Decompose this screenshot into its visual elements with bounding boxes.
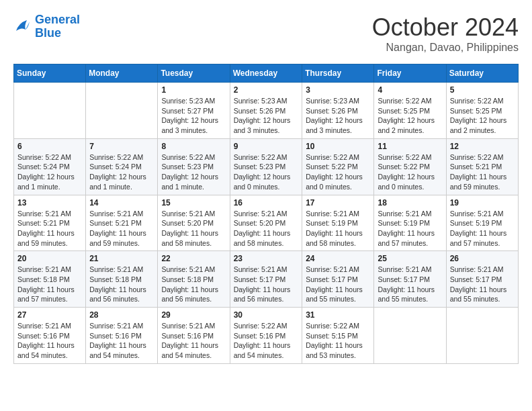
day-number: 10	[306, 142, 370, 151]
title-block: October 2024 Nangan, Davao, Philippines	[372, 13, 519, 54]
day-info: Sunrise: 5:21 AM Sunset: 5:19 PM Dayligh…	[378, 209, 442, 248]
day-header-saturday: Saturday	[446, 64, 518, 83]
day-info: Sunrise: 5:21 AM Sunset: 5:16 PM Dayligh…	[89, 321, 154, 361]
day-number: 23	[234, 254, 299, 263]
calendar-table: SundayMondayTuesdayWednesdayThursdayFrid…	[13, 64, 519, 364]
calendar-day-27: 27Sunrise: 5:21 AM Sunset: 5:16 PM Dayli…	[14, 308, 86, 364]
day-info: Sunrise: 5:21 AM Sunset: 5:17 PM Dayligh…	[234, 265, 299, 304]
calendar-day-9: 9Sunrise: 5:22 AM Sunset: 5:23 PM Daylig…	[230, 138, 302, 195]
day-info: Sunrise: 5:23 AM Sunset: 5:27 PM Dayligh…	[161, 96, 226, 136]
day-info: Sunrise: 5:21 AM Sunset: 5:16 PM Dayligh…	[17, 321, 82, 361]
calendar-day-26: 26Sunrise: 5:21 AM Sunset: 5:17 PM Dayli…	[446, 251, 518, 308]
calendar-week-row: 13Sunrise: 5:21 AM Sunset: 5:21 PM Dayli…	[14, 195, 519, 251]
day-number: 11	[378, 142, 442, 151]
location: Nangan, Davao, Philippines	[372, 42, 519, 54]
calendar-empty-cell	[446, 308, 518, 364]
calendar-week-row: 27Sunrise: 5:21 AM Sunset: 5:16 PM Dayli…	[14, 308, 519, 364]
day-info: Sunrise: 5:21 AM Sunset: 5:18 PM Dayligh…	[89, 265, 154, 304]
day-info: Sunrise: 5:21 AM Sunset: 5:21 PM Dayligh…	[17, 209, 82, 248]
day-info: Sunrise: 5:22 AM Sunset: 5:23 PM Dayligh…	[161, 152, 226, 192]
day-number: 27	[17, 310, 82, 320]
day-info: Sunrise: 5:21 AM Sunset: 5:18 PM Dayligh…	[17, 265, 82, 304]
day-number: 26	[450, 254, 515, 263]
calendar-day-4: 4Sunrise: 5:22 AM Sunset: 5:25 PM Daylig…	[374, 83, 446, 139]
day-number: 1	[161, 85, 226, 95]
day-info: Sunrise: 5:21 AM Sunset: 5:21 PM Dayligh…	[89, 209, 154, 248]
logo: General Blue	[13, 13, 80, 40]
calendar-week-row: 1Sunrise: 5:23 AM Sunset: 5:27 PM Daylig…	[14, 83, 519, 139]
day-number: 3	[306, 85, 370, 95]
calendar-day-6: 6Sunrise: 5:22 AM Sunset: 5:24 PM Daylig…	[14, 138, 86, 195]
day-number: 19	[450, 198, 515, 208]
day-number: 14	[89, 198, 154, 208]
day-number: 7	[89, 142, 154, 151]
logo-text: General Blue	[35, 13, 80, 40]
calendar-day-28: 28Sunrise: 5:21 AM Sunset: 5:16 PM Dayli…	[86, 308, 158, 364]
day-info: Sunrise: 5:21 AM Sunset: 5:17 PM Dayligh…	[378, 265, 442, 304]
calendar-day-8: 8Sunrise: 5:22 AM Sunset: 5:23 PM Daylig…	[158, 138, 230, 195]
logo-icon	[13, 17, 32, 36]
day-number: 31	[306, 310, 370, 320]
calendar-day-1: 1Sunrise: 5:23 AM Sunset: 5:27 PM Daylig…	[158, 83, 230, 139]
day-info: Sunrise: 5:22 AM Sunset: 5:21 PM Dayligh…	[450, 152, 515, 192]
day-info: Sunrise: 5:21 AM Sunset: 5:20 PM Dayligh…	[234, 209, 299, 248]
calendar-empty-cell	[14, 83, 86, 139]
calendar-day-31: 31Sunrise: 5:22 AM Sunset: 5:15 PM Dayli…	[302, 308, 374, 364]
calendar-week-row: 20Sunrise: 5:21 AM Sunset: 5:18 PM Dayli…	[14, 251, 519, 308]
calendar-day-12: 12Sunrise: 5:22 AM Sunset: 5:21 PM Dayli…	[446, 138, 518, 195]
day-header-friday: Friday	[374, 64, 446, 83]
calendar-day-15: 15Sunrise: 5:21 AM Sunset: 5:20 PM Dayli…	[158, 195, 230, 251]
day-info: Sunrise: 5:22 AM Sunset: 5:15 PM Dayligh…	[306, 321, 370, 361]
day-number: 17	[306, 198, 370, 208]
page-header: General Blue October 2024 Nangan, Davao,…	[13, 13, 519, 54]
day-number: 24	[306, 254, 370, 263]
calendar-header-row: SundayMondayTuesdayWednesdayThursdayFrid…	[14, 64, 519, 83]
calendar-day-19: 19Sunrise: 5:21 AM Sunset: 5:19 PM Dayli…	[446, 195, 518, 251]
day-info: Sunrise: 5:21 AM Sunset: 5:19 PM Dayligh…	[306, 209, 370, 248]
day-number: 8	[161, 142, 226, 151]
day-number: 16	[234, 198, 299, 208]
calendar-day-20: 20Sunrise: 5:21 AM Sunset: 5:18 PM Dayli…	[14, 251, 86, 308]
calendar-day-7: 7Sunrise: 5:22 AM Sunset: 5:24 PM Daylig…	[86, 138, 158, 195]
calendar-day-2: 2Sunrise: 5:23 AM Sunset: 5:26 PM Daylig…	[230, 83, 302, 139]
day-info: Sunrise: 5:22 AM Sunset: 5:24 PM Dayligh…	[89, 152, 154, 192]
day-header-sunday: Sunday	[14, 64, 86, 83]
day-number: 25	[378, 254, 442, 263]
day-info: Sunrise: 5:22 AM Sunset: 5:25 PM Dayligh…	[450, 96, 515, 136]
calendar-day-25: 25Sunrise: 5:21 AM Sunset: 5:17 PM Dayli…	[374, 251, 446, 308]
day-info: Sunrise: 5:22 AM Sunset: 5:22 PM Dayligh…	[306, 152, 370, 192]
day-info: Sunrise: 5:21 AM Sunset: 5:18 PM Dayligh…	[161, 265, 226, 304]
day-header-thursday: Thursday	[302, 64, 374, 83]
day-info: Sunrise: 5:22 AM Sunset: 5:25 PM Dayligh…	[378, 96, 442, 136]
day-number: 4	[378, 85, 442, 95]
calendar-day-23: 23Sunrise: 5:21 AM Sunset: 5:17 PM Dayli…	[230, 251, 302, 308]
calendar-day-18: 18Sunrise: 5:21 AM Sunset: 5:19 PM Dayli…	[374, 195, 446, 251]
calendar-day-5: 5Sunrise: 5:22 AM Sunset: 5:25 PM Daylig…	[446, 83, 518, 139]
day-info: Sunrise: 5:22 AM Sunset: 5:23 PM Dayligh…	[234, 152, 299, 192]
month-title: October 2024	[372, 13, 519, 42]
day-number: 20	[17, 254, 82, 263]
calendar-day-30: 30Sunrise: 5:22 AM Sunset: 5:16 PM Dayli…	[230, 308, 302, 364]
day-number: 22	[161, 254, 226, 263]
calendar-day-29: 29Sunrise: 5:21 AM Sunset: 5:16 PM Dayli…	[158, 308, 230, 364]
day-number: 21	[89, 254, 154, 263]
day-info: Sunrise: 5:22 AM Sunset: 5:16 PM Dayligh…	[234, 321, 299, 361]
calendar-day-22: 22Sunrise: 5:21 AM Sunset: 5:18 PM Dayli…	[158, 251, 230, 308]
day-info: Sunrise: 5:22 AM Sunset: 5:24 PM Dayligh…	[17, 152, 82, 192]
day-number: 13	[17, 198, 82, 208]
day-number: 28	[89, 310, 154, 320]
calendar-day-10: 10Sunrise: 5:22 AM Sunset: 5:22 PM Dayli…	[302, 138, 374, 195]
calendar-day-14: 14Sunrise: 5:21 AM Sunset: 5:21 PM Dayli…	[86, 195, 158, 251]
calendar-day-11: 11Sunrise: 5:22 AM Sunset: 5:22 PM Dayli…	[374, 138, 446, 195]
day-number: 12	[450, 142, 515, 151]
day-number: 9	[234, 142, 299, 151]
day-info: Sunrise: 5:23 AM Sunset: 5:26 PM Dayligh…	[306, 96, 370, 136]
calendar-day-17: 17Sunrise: 5:21 AM Sunset: 5:19 PM Dayli…	[302, 195, 374, 251]
day-number: 2	[234, 85, 299, 95]
calendar-day-16: 16Sunrise: 5:21 AM Sunset: 5:20 PM Dayli…	[230, 195, 302, 251]
day-info: Sunrise: 5:21 AM Sunset: 5:20 PM Dayligh…	[161, 209, 226, 248]
day-info: Sunrise: 5:23 AM Sunset: 5:26 PM Dayligh…	[234, 96, 299, 136]
calendar-empty-cell	[86, 83, 158, 139]
day-number: 6	[17, 142, 82, 151]
calendar-day-24: 24Sunrise: 5:21 AM Sunset: 5:17 PM Dayli…	[302, 251, 374, 308]
